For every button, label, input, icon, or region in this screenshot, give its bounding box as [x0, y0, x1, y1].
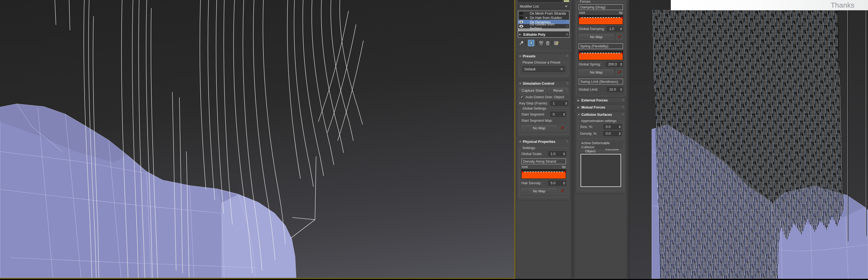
density-curve-ramp[interactable] [521, 169, 566, 179]
modifier-row-editable-poly[interactable]: ▶ Editable Poly ∴ [518, 31, 569, 37]
visibility-eye-icon[interactable] [519, 25, 523, 28]
panel-scrollbar[interactable] [571, 2, 574, 277]
spinner-arrows[interactable] [618, 131, 621, 136]
start-segment-spinner[interactable]: 0 [550, 112, 566, 117]
start-segment-no-map-button[interactable]: No Map [521, 125, 557, 131]
modifier-stack: Ox Mesh From Strands ▶ Ox Hair from Guid… [518, 11, 569, 37]
spinner-arrows[interactable] [562, 181, 566, 185]
hair-density-spinner[interactable]: 5.0 [548, 180, 566, 186]
map-enable-check-icon[interactable]: ✔ [616, 33, 623, 40]
modifier-row-ox-hair-from-guides[interactable]: ▶ Ox Hair from Guides [518, 16, 569, 20]
preset-dropdown[interactable]: Default [523, 66, 565, 72]
tip-label: tip [619, 10, 623, 15]
hair-density-label: Hair Density: [521, 181, 541, 185]
curve-handle[interactable] [579, 17, 580, 19]
tip-label: tip [562, 165, 566, 169]
spinner-arrows[interactable] [562, 112, 566, 117]
rollout-presets-header[interactable]: ▼ Presets ⠿ [517, 54, 570, 59]
damping-label: Damping (Drag): [579, 4, 623, 10]
hair-density-no-map-button[interactable]: No Map [521, 188, 557, 194]
collision-objects-list[interactable] [581, 154, 621, 187]
global-limit-spinner[interactable]: 10.0 [607, 87, 623, 92]
curve-handle[interactable] [522, 171, 523, 173]
command-panel-column-2: Forces Damping (Drag): root tip Global D… [575, 0, 627, 279]
drag-grip-icon: ⠿ [622, 99, 624, 102]
expand-arrow-icon[interactable]: ▶ [519, 33, 522, 36]
make-unique-icon[interactable] [539, 41, 544, 46]
damping-curve-ramp[interactable] [579, 15, 623, 25]
remove-modifier-trash-icon[interactable] [546, 41, 550, 46]
curve-handle[interactable] [621, 53, 623, 54]
rollout-collision-surfaces-header[interactable]: ▼ Collision Surfaces ⠿ [576, 112, 626, 117]
global-damping-spinner[interactable]: 1.0 [607, 26, 623, 31]
viewport-right[interactable]: Thanks [629, 0, 868, 279]
stray-strand [866, 10, 867, 236]
rollout-title: Mutual Forces [581, 105, 605, 109]
rollout-physical-properties-header[interactable]: ▼ Physical Properties ⠿ [517, 139, 570, 144]
spinner-arrows[interactable] [562, 151, 566, 156]
modifier-list-dropdown[interactable]: Modifier List [518, 3, 569, 9]
spinner-arrows[interactable] [618, 124, 621, 129]
density-spinner[interactable]: 0.0 [603, 131, 622, 136]
drag-grip-icon: ⠿ [566, 54, 568, 58]
viewport-left[interactable] [0, 0, 514, 278]
global-scale-spinner[interactable]: 1.0 [548, 151, 566, 157]
spinner-arrows[interactable] [619, 27, 623, 31]
reset-button[interactable]: Reset [548, 88, 568, 93]
rollout-mutual-forces: ▶ Mutual Forces ⠿ [576, 105, 626, 110]
key-step-label: Key Step (Frame): [519, 101, 548, 105]
capture-state-button[interactable]: Capture State [519, 88, 546, 93]
global-spring-label: Global Spring: [579, 62, 601, 66]
curve-handle[interactable] [621, 17, 623, 19]
visibility-eye-icon[interactable] [519, 21, 523, 23]
size-spinner[interactable]: 0.0 [603, 124, 622, 129]
global-settings-group: Global Settings Start Segment: 0 Start S… [519, 108, 568, 134]
rollout-external-forces-header[interactable]: ▶ External Forces ⠿ [576, 97, 626, 103]
object-color-swatch[interactable] [563, 0, 569, 2]
spring-no-map-button[interactable]: No Map [579, 69, 614, 75]
group-label: Please Choose a Preset [521, 60, 561, 64]
chevron-down-icon [560, 68, 563, 70]
pin-stack-icon[interactable] [519, 41, 524, 46]
approximation-settings-group: Approximation settings Size, %: 0.0 Dens… [578, 121, 624, 139]
size-label: Size, %: [580, 125, 593, 129]
damping-no-map-button[interactable]: No Map [579, 34, 614, 40]
modifier-row-ox-mesh-from-strands[interactable]: Ox Mesh From Strands [518, 11, 569, 16]
spring-curve-ramp[interactable] [579, 51, 623, 60]
spinner-arrows[interactable] [564, 101, 568, 106]
instance-node-icon: ∴ [566, 32, 568, 36]
configure-modifier-sets-icon[interactable] [554, 41, 559, 46]
swing-limit-label: Swing Limit (Bendiness): [579, 79, 623, 84]
curve-handle[interactable] [564, 171, 566, 173]
key-step-spinner[interactable]: 1 [550, 101, 568, 106]
rollout-mutual-forces-header[interactable]: ▶ Mutual Forces ⠿ [576, 105, 626, 110]
density-along-strand-label: Density Along Strand: [521, 159, 566, 164]
group-label: Active Deformable Collision [580, 141, 623, 149]
spinner-arrows[interactable] [619, 87, 623, 92]
drag-grip-icon: ⠿ [566, 140, 568, 143]
drag-grip-icon: ⠿ [622, 106, 624, 109]
visibility-eye-icon[interactable] [519, 12, 523, 15]
auto-detect-checkbox[interactable]: ✔ [520, 95, 524, 99]
visibility-eye-icon[interactable] [519, 16, 523, 19]
map-enable-check-icon[interactable]: ✔ [559, 125, 566, 131]
show-end-result-icon[interactable] [528, 40, 534, 46]
expand-arrow-icon[interactable]: ▶ [526, 16, 529, 19]
collapse-triangle-icon: ▼ [519, 55, 523, 58]
video-overlay-card: Thanks [671, 0, 868, 10]
modifier-label: Ox Mesh From Strands [530, 11, 566, 16]
panel-scrollbar[interactable] [627, 2, 629, 277]
map-enable-check-icon[interactable]: ✔ [559, 188, 566, 194]
map-enable-check-icon[interactable]: ✔ [616, 69, 623, 76]
drag-grip-icon: ⠿ [622, 113, 624, 116]
global-scale-label: Global Scale: [521, 152, 542, 156]
modifier-list-label: Modifier List [520, 4, 539, 8]
global-spring-spinner[interactable]: 200.0 [606, 62, 623, 67]
curve-handle[interactable] [579, 53, 580, 54]
modifier-row-ox-guides-from-surface[interactable]: Ox Guides from Surface ∴ [518, 24, 569, 28]
rollout-simulation-control-header[interactable]: ▼ Simulation Control ⠿ [517, 81, 570, 86]
chevron-down-icon [565, 6, 567, 7]
object-name-field[interactable] [518, 0, 562, 2]
modifier-label: Ox Guides from Surface [530, 22, 566, 30]
spinner-arrows[interactable] [619, 62, 623, 66]
